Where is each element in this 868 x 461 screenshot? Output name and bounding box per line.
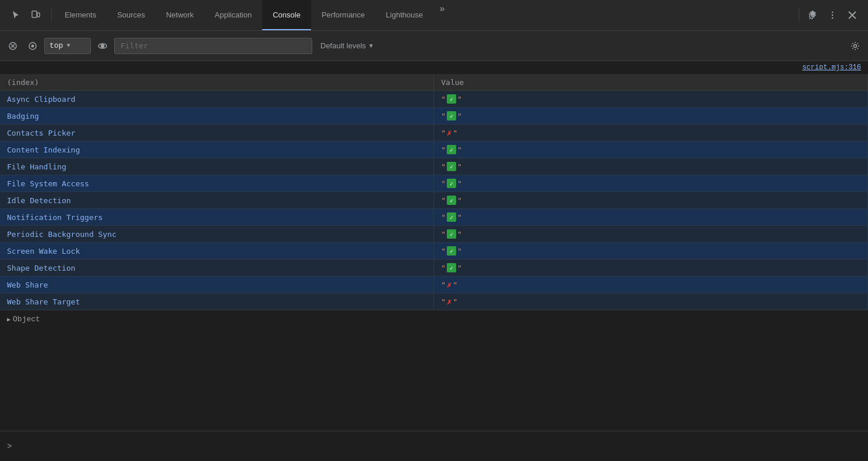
tab-bar: Elements Sources Network Application Con… [0,0,868,31]
console-input[interactable] [16,442,861,451]
devtools-right-controls [792,6,866,24]
object-row[interactable]: ▶ Object [0,310,868,328]
cell-value: "✗" [434,276,868,293]
console-area: script.mjs:316 (index) Value Async Clipb… [0,61,868,431]
more-tabs-button[interactable]: » [433,0,451,17]
script-link[interactable]: script.mjs:316 [802,63,861,72]
filter-input[interactable] [114,38,312,54]
main-tabs: Elements Sources Network Application Con… [54,0,792,30]
cell-value: "✓" [434,175,868,192]
svg-point-5 [832,17,834,19]
context-value: top [50,41,63,50]
close-icon[interactable] [844,6,861,24]
svg-point-8 [31,44,34,47]
table-row: Web Share Target"✗" [0,293,868,310]
devtools-controls [2,6,49,24]
table-header-row: (index) Value [0,75,868,91]
object-label: Object [13,315,40,324]
filter-icon[interactable] [24,38,41,54]
table-row: File System Access"✓" [0,175,868,192]
table-row: Periodic Background Sync"✓" [0,226,868,243]
script-link-row: script.mjs:316 [0,61,868,75]
column-header-value: Value [434,75,868,91]
cell-value: "✓" [434,260,868,276]
console-settings-icon[interactable] [847,38,863,54]
levels-dropdown-icon: ▼ [368,42,374,49]
tab-network[interactable]: Network [156,0,204,30]
table-row: Idle Detection"✓" [0,192,868,209]
device-toolbar-icon[interactable] [27,6,44,24]
table-row: Shape Detection"✓" [0,260,868,276]
tab-elements[interactable]: Elements [54,0,107,30]
cell-value: "✗" [434,125,868,141]
table-row: Notification Triggers"✓" [0,209,868,226]
cell-value: "✓" [434,158,868,175]
tab-application[interactable]: Application [204,0,263,30]
cell-index: Web Share Target [0,293,434,310]
cell-index: Periodic Background Sync [0,226,434,243]
prompt-symbol: > [7,442,12,451]
cursor-icon[interactable] [7,6,24,24]
column-header-index: (index) [0,75,434,91]
table-row: Async Clipboard"✓" [0,91,868,108]
eye-icon[interactable] [94,38,111,54]
cell-value: "✓" [434,209,868,226]
cell-index: Contacts Picker [0,125,434,141]
cell-index: Screen Wake Lock [0,243,434,260]
svg-point-11 [854,44,857,47]
cell-index: Badging [0,108,434,125]
cell-index: File Handling [0,158,434,175]
cell-value: "✓" [434,91,868,108]
svg-point-3 [832,12,834,13]
levels-button[interactable]: Default levels ▼ [316,38,379,54]
console-prompt: > [0,431,868,461]
tab-console[interactable]: Console [262,0,311,30]
table-row: Badging"✓" [0,108,868,125]
context-selector[interactable]: top ▼ [44,38,91,54]
settings-icon[interactable] [804,6,821,24]
svg-rect-0 [32,11,37,17]
cell-value: "✓" [434,243,868,260]
console-table: (index) Value Async Clipboard"✓"Badging"… [0,75,868,310]
more-options-icon[interactable] [824,6,841,24]
table-row: Screen Wake Lock"✓" [0,243,868,260]
table-row: Contacts Picker"✗" [0,125,868,141]
context-dropdown-icon: ▼ [66,42,70,49]
svg-rect-1 [37,13,40,17]
cell-value: "✓" [434,192,868,209]
svg-point-10 [101,44,104,47]
cell-value: "✓" [434,108,868,125]
cell-index: Web Share [0,276,434,293]
cell-value: "✗" [434,293,868,310]
cell-value: "✓" [434,141,868,158]
cell-index: Idle Detection [0,192,434,209]
table-row: Content Indexing"✓" [0,141,868,158]
table-row: File Handling"✓" [0,158,868,175]
cell-value: "✓" [434,226,868,243]
tab-lighthouse[interactable]: Lighthouse [375,0,433,30]
tab-sources[interactable]: Sources [107,0,156,30]
cell-index: File System Access [0,175,434,192]
tab-performance[interactable]: Performance [311,0,375,30]
table-row: Web Share"✗" [0,276,868,293]
cell-index: Content Indexing [0,141,434,158]
svg-point-4 [832,15,834,16]
clear-console-icon[interactable] [5,38,21,54]
triangle-icon: ▶ [7,316,10,323]
console-toolbar: top ▼ Default levels ▼ [0,31,868,61]
cell-index: Async Clipboard [0,91,434,108]
cell-index: Shape Detection [0,260,434,276]
cell-index: Notification Triggers [0,209,434,226]
